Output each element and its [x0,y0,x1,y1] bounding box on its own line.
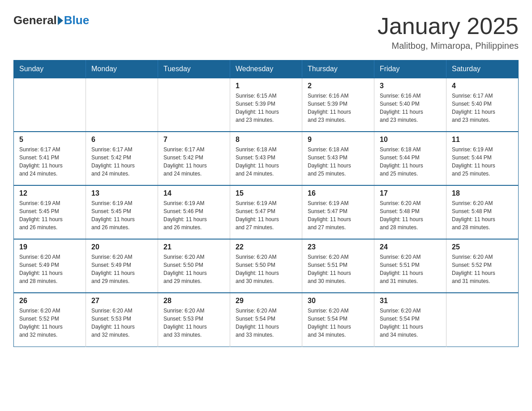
header-row: Sunday Monday Tuesday Wednesday Thursday… [14,60,519,78]
day-number: 29 [236,297,296,305]
calendar-cell: 20Sunrise: 6:20 AMSunset: 5:49 PMDayligh… [86,239,158,293]
month-title: January 2025 [378,13,519,39]
day-number: 6 [91,136,152,144]
day-number: 8 [236,136,296,144]
calendar-cell: 28Sunrise: 6:20 AMSunset: 5:53 PMDayligh… [158,293,230,347]
calendar-body: 1Sunrise: 6:15 AMSunset: 5:39 PMDaylight… [14,78,519,347]
day-number: 21 [163,243,224,251]
day-info: Sunrise: 6:17 AMSunset: 5:40 PMDaylight:… [452,92,513,124]
page-header: General Blue January 2025 Malitbog, Mima… [13,13,519,51]
calendar-cell: 18Sunrise: 6:20 AMSunset: 5:48 PMDayligh… [446,185,519,239]
calendar-cell: 8Sunrise: 6:18 AMSunset: 5:43 PMDaylight… [230,132,302,185]
day-info: Sunrise: 6:19 AMSunset: 5:45 PMDaylight:… [91,199,152,231]
day-number: 25 [452,243,513,251]
calendar-cell: 10Sunrise: 6:18 AMSunset: 5:44 PMDayligh… [374,132,446,185]
calendar-cell: 6Sunrise: 6:17 AMSunset: 5:42 PMDaylight… [86,132,158,185]
day-info: Sunrise: 6:20 AMSunset: 5:49 PMDaylight:… [91,253,152,285]
day-info: Sunrise: 6:15 AMSunset: 5:39 PMDaylight:… [236,92,296,124]
day-info: Sunrise: 6:18 AMSunset: 5:44 PMDaylight:… [380,146,441,178]
calendar-cell: 12Sunrise: 6:19 AMSunset: 5:45 PMDayligh… [14,185,86,239]
day-number: 16 [308,189,369,197]
calendar-cell: 17Sunrise: 6:20 AMSunset: 5:48 PMDayligh… [374,185,446,239]
day-info: Sunrise: 6:20 AMSunset: 5:53 PMDaylight:… [163,307,224,339]
title-section: January 2025 Malitbog, Mimaropa, Philipp… [378,13,519,51]
calendar-cell: 2Sunrise: 6:16 AMSunset: 5:39 PMDaylight… [302,78,374,132]
day-number: 27 [91,297,152,305]
day-info: Sunrise: 6:16 AMSunset: 5:40 PMDaylight:… [380,92,441,124]
calendar-cell: 3Sunrise: 6:16 AMSunset: 5:40 PMDaylight… [374,78,446,132]
day-number: 1 [236,82,296,90]
day-number: 2 [308,82,369,90]
calendar-cell [14,78,86,132]
calendar-cell: 21Sunrise: 6:20 AMSunset: 5:50 PMDayligh… [158,239,230,293]
day-number: 31 [380,297,441,305]
day-info: Sunrise: 6:20 AMSunset: 5:49 PMDaylight:… [19,253,80,285]
calendar-cell [86,78,158,132]
calendar-cell: 11Sunrise: 6:19 AMSunset: 5:44 PMDayligh… [446,132,519,185]
calendar-cell: 26Sunrise: 6:20 AMSunset: 5:52 PMDayligh… [14,293,86,347]
day-info: Sunrise: 6:19 AMSunset: 5:45 PMDaylight:… [19,199,80,231]
day-info: Sunrise: 6:20 AMSunset: 5:54 PMDaylight:… [380,307,441,339]
day-number: 13 [91,189,152,197]
day-info: Sunrise: 6:19 AMSunset: 5:47 PMDaylight:… [236,199,296,231]
calendar-week-4: 19Sunrise: 6:20 AMSunset: 5:49 PMDayligh… [14,239,519,293]
day-info: Sunrise: 6:20 AMSunset: 5:52 PMDaylight:… [452,253,513,285]
day-info: Sunrise: 6:20 AMSunset: 5:50 PMDaylight:… [163,253,224,285]
calendar-header: Sunday Monday Tuesday Wednesday Thursday… [14,60,519,78]
day-number: 12 [19,189,80,197]
calendar-cell: 4Sunrise: 6:17 AMSunset: 5:40 PMDaylight… [446,78,519,132]
day-number: 10 [380,136,441,144]
logo-general-text: General [13,13,57,27]
calendar-week-5: 26Sunrise: 6:20 AMSunset: 5:52 PMDayligh… [14,293,519,347]
header-monday: Monday [86,60,158,78]
day-number: 15 [236,189,296,197]
logo-arrow-icon [58,16,63,25]
calendar-cell: 1Sunrise: 6:15 AMSunset: 5:39 PMDaylight… [230,78,302,132]
day-number: 11 [452,136,513,144]
day-info: Sunrise: 6:20 AMSunset: 5:53 PMDaylight:… [91,307,152,339]
day-number: 23 [308,243,369,251]
logo: General Blue [13,13,89,27]
day-info: Sunrise: 6:17 AMSunset: 5:41 PMDaylight:… [19,146,80,178]
day-info: Sunrise: 6:20 AMSunset: 5:50 PMDaylight:… [236,253,296,285]
header-tuesday: Tuesday [158,60,230,78]
day-number: 22 [236,243,296,251]
location-title: Malitbog, Mimaropa, Philippines [378,41,519,51]
day-info: Sunrise: 6:20 AMSunset: 5:52 PMDaylight:… [19,307,80,339]
day-info: Sunrise: 6:17 AMSunset: 5:42 PMDaylight:… [163,146,224,178]
day-info: Sunrise: 6:20 AMSunset: 5:51 PMDaylight:… [380,253,441,285]
calendar-cell: 29Sunrise: 6:20 AMSunset: 5:54 PMDayligh… [230,293,302,347]
calendar-cell: 23Sunrise: 6:20 AMSunset: 5:51 PMDayligh… [302,239,374,293]
day-info: Sunrise: 6:19 AMSunset: 5:44 PMDaylight:… [452,146,513,178]
day-number: 7 [163,136,224,144]
calendar-cell: 9Sunrise: 6:18 AMSunset: 5:43 PMDaylight… [302,132,374,185]
day-number: 24 [380,243,441,251]
header-sunday: Sunday [14,60,86,78]
calendar-cell: 13Sunrise: 6:19 AMSunset: 5:45 PMDayligh… [86,185,158,239]
calendar-cell: 14Sunrise: 6:19 AMSunset: 5:46 PMDayligh… [158,185,230,239]
calendar-cell: 16Sunrise: 6:19 AMSunset: 5:47 PMDayligh… [302,185,374,239]
calendar-cell: 27Sunrise: 6:20 AMSunset: 5:53 PMDayligh… [86,293,158,347]
day-info: Sunrise: 6:20 AMSunset: 5:48 PMDaylight:… [380,199,441,231]
header-wednesday: Wednesday [230,60,302,78]
day-info: Sunrise: 6:17 AMSunset: 5:42 PMDaylight:… [91,146,152,178]
calendar-cell: 22Sunrise: 6:20 AMSunset: 5:50 PMDayligh… [230,239,302,293]
day-info: Sunrise: 6:20 AMSunset: 5:51 PMDaylight:… [308,253,369,285]
header-thursday: Thursday [302,60,374,78]
day-info: Sunrise: 6:20 AMSunset: 5:54 PMDaylight:… [236,307,296,339]
day-info: Sunrise: 6:19 AMSunset: 5:46 PMDaylight:… [163,199,224,231]
day-number: 3 [380,82,441,90]
calendar-cell: 5Sunrise: 6:17 AMSunset: 5:41 PMDaylight… [14,132,86,185]
day-number: 30 [308,297,369,305]
calendar-week-3: 12Sunrise: 6:19 AMSunset: 5:45 PMDayligh… [14,185,519,239]
header-saturday: Saturday [446,60,519,78]
day-info: Sunrise: 6:16 AMSunset: 5:39 PMDaylight:… [308,92,369,124]
calendar-cell [158,78,230,132]
day-number: 20 [91,243,152,251]
header-friday: Friday [374,60,446,78]
calendar-week-1: 1Sunrise: 6:15 AMSunset: 5:39 PMDaylight… [14,78,519,132]
day-info: Sunrise: 6:20 AMSunset: 5:48 PMDaylight:… [452,199,513,231]
calendar-cell: 31Sunrise: 6:20 AMSunset: 5:54 PMDayligh… [374,293,446,347]
day-info: Sunrise: 6:20 AMSunset: 5:54 PMDaylight:… [308,307,369,339]
day-info: Sunrise: 6:18 AMSunset: 5:43 PMDaylight:… [308,146,369,178]
